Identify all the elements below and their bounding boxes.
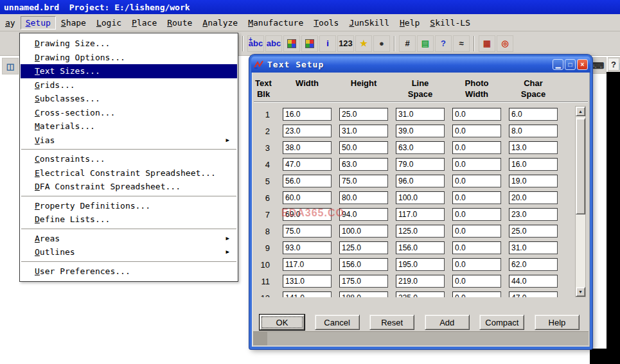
color-palette-icon[interactable] <box>283 35 300 52</box>
board-icon[interactable]: ◫ <box>2 58 19 74</box>
blk-12-height-input[interactable] <box>339 291 388 297</box>
blk-4-char-space-input[interactable] <box>509 158 558 171</box>
menu-item-define-lists[interactable]: Define Lists... <box>21 212 237 227</box>
color-visibility-icon[interactable] <box>301 35 318 52</box>
info-icon[interactable]: i <box>319 35 336 52</box>
blk-12-photo-width-input[interactable] <box>452 291 501 297</box>
blk-8-char-space-input[interactable] <box>509 225 558 238</box>
blk-9-char-space-input[interactable] <box>509 241 558 254</box>
blk-9-line-space-input[interactable] <box>396 241 445 254</box>
numbers-icon[interactable]: 123 <box>337 35 354 52</box>
blk-2-width-input[interactable] <box>283 125 332 137</box>
menu-item-grids[interactable]: Grids... <box>21 78 237 92</box>
query-element-icon[interactable]: ? <box>435 35 452 52</box>
blk-10-width-input[interactable] <box>283 258 332 271</box>
blk-8-photo-width-input[interactable] <box>452 225 501 238</box>
help-icon[interactable]: ? <box>608 58 619 71</box>
blk-7-photo-width-input[interactable] <box>452 208 501 221</box>
blk-1-height-input[interactable] <box>339 108 388 121</box>
menu-skill-ls[interactable]: Skill-LS <box>425 16 475 30</box>
highlight-star-icon[interactable]: ★ <box>355 35 372 52</box>
scroll-down-icon[interactable]: ▼ <box>576 287 585 297</box>
menu-item-electrical-constraint-spreadsheet[interactable]: Electrical Constraint Spreadsheet... <box>21 166 237 180</box>
menu-item-areas[interactable]: Areas▶ <box>21 232 237 246</box>
blk-11-width-input[interactable] <box>283 275 332 288</box>
menu-tools[interactable]: Tools <box>308 16 344 30</box>
shadow-mode-icon[interactable]: ● <box>373 35 390 52</box>
blk-11-height-input[interactable] <box>339 275 388 288</box>
close-button[interactable]: × <box>577 59 588 70</box>
blk-5-line-space-input[interactable] <box>396 175 445 187</box>
help-button[interactable]: Help <box>535 315 580 330</box>
menu-item-drawing-size[interactable]: Drawing Size... <box>21 37 237 51</box>
blk-3-width-input[interactable] <box>283 141 332 154</box>
menu-item-property-definitions[interactable]: Property Definitions... <box>21 199 237 213</box>
blk-9-width-input[interactable] <box>283 241 332 254</box>
blk-7-width-input[interactable] <box>283 208 332 221</box>
menu-place[interactable]: Place <box>127 16 162 30</box>
menu-item-vias[interactable]: Vias▶ <box>21 134 237 148</box>
menu-item-text-sizes[interactable]: Text Sizes... <box>21 64 237 78</box>
blk-5-char-space-input[interactable] <box>509 175 558 187</box>
maximize-button[interactable]: □ <box>565 59 576 70</box>
blk-2-photo-width-input[interactable] <box>452 125 501 137</box>
menu-logic[interactable]: Logic <box>91 16 127 30</box>
blk-4-line-space-input[interactable] <box>396 158 445 171</box>
menu-shape[interactable]: Shape <box>56 16 91 30</box>
blk-10-char-space-input[interactable] <box>509 258 558 271</box>
blk-1-line-space-input[interactable] <box>396 108 445 121</box>
blk-6-photo-width-input[interactable] <box>452 191 501 204</box>
blk-3-photo-width-input[interactable] <box>452 141 501 154</box>
blk-1-width-input[interactable] <box>283 108 332 121</box>
blk-3-line-space-input[interactable] <box>396 141 445 154</box>
blk-8-width-input[interactable] <box>283 225 332 238</box>
blk-8-line-space-input[interactable] <box>396 225 445 238</box>
ok-button[interactable]: OK <box>260 315 305 330</box>
flux-grid-icon[interactable]: ▦ <box>479 35 495 52</box>
reset-button[interactable]: Reset <box>369 315 414 330</box>
blk-2-line-space-input[interactable] <box>396 125 445 137</box>
waveform-xy-icon[interactable]: ≈ <box>453 35 470 52</box>
blk-1-char-space-input[interactable] <box>509 108 558 121</box>
blk-4-height-input[interactable] <box>339 158 388 171</box>
blk-3-char-space-input[interactable] <box>509 141 558 154</box>
blk-1-photo-width-input[interactable] <box>452 108 501 121</box>
blk-7-height-input[interactable] <box>339 208 388 221</box>
add-text-icon[interactable]: +abc <box>247 35 264 52</box>
menu-analyze[interactable]: Analyze <box>197 16 243 30</box>
menu-item-user-preferences[interactable]: User Preferences... <box>21 264 237 279</box>
blk-12-width-input[interactable] <box>283 291 332 297</box>
blk-6-line-space-input[interactable] <box>396 191 445 204</box>
menu-ay[interactable]: ay <box>0 16 21 30</box>
menu-item-materials[interactable]: Materials... <box>21 119 237 134</box>
grid-toggle-icon[interactable]: # <box>399 35 416 52</box>
blk-2-char-space-input[interactable] <box>509 125 558 137</box>
blk-6-width-input[interactable] <box>283 191 332 204</box>
dotted-circle-icon[interactable]: ◎ <box>497 35 513 52</box>
blk-11-char-space-input[interactable] <box>509 275 558 288</box>
blk-10-height-input[interactable] <box>339 258 388 271</box>
menu-route[interactable]: Route <box>162 16 197 30</box>
blk-11-line-space-input[interactable] <box>396 275 445 288</box>
blk-5-width-input[interactable] <box>283 175 332 187</box>
menu-item-constraints[interactable]: Constraints... <box>21 152 237 166</box>
menu-help[interactable]: Help <box>394 16 425 30</box>
menu-junskill[interactable]: JunSkill <box>344 16 394 30</box>
blk-9-photo-width-input[interactable] <box>452 241 501 254</box>
blk-12-line-space-input[interactable] <box>396 291 445 297</box>
blk-8-height-input[interactable] <box>339 225 388 238</box>
menu-manufacture[interactable]: Manufacture <box>243 16 308 30</box>
blk-7-line-space-input[interactable] <box>396 208 445 221</box>
cancel-button[interactable]: Cancel <box>315 315 360 330</box>
scroll-up-icon[interactable]: ▲ <box>576 107 585 116</box>
blk-4-photo-width-input[interactable] <box>452 158 501 171</box>
blk-4-width-input[interactable] <box>283 158 332 171</box>
blk-3-height-input[interactable] <box>339 141 388 154</box>
menu-setup[interactable]: Setup <box>21 16 56 30</box>
blk-2-height-input[interactable] <box>339 125 388 137</box>
blk-10-line-space-input[interactable] <box>396 258 445 271</box>
blk-7-char-space-input[interactable] <box>509 208 558 221</box>
scrollbar-thumb[interactable] <box>576 118 585 214</box>
table-scrollbar[interactable]: ▲ ▼ <box>575 106 586 297</box>
blk-10-photo-width-input[interactable] <box>452 258 501 271</box>
